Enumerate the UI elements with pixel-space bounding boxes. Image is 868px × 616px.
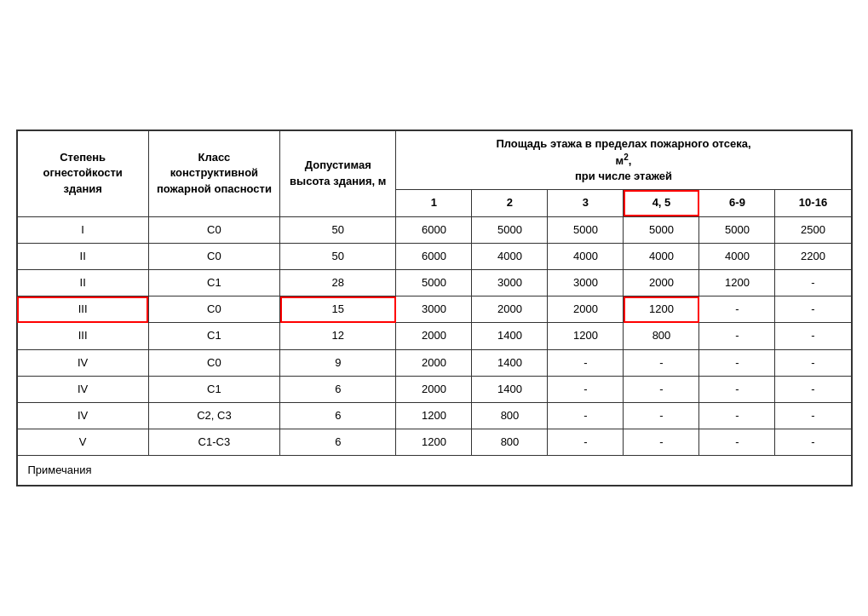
cell-floor-5: - (699, 296, 775, 323)
cell-height: 12 (280, 323, 396, 349)
header-row-1: Степень огнестойкости здания Класс конст… (17, 130, 851, 190)
table-row: IС050600050005000500050002500 (17, 216, 851, 243)
cell-height: 15 (280, 296, 396, 323)
cell-class: С2, С3 (148, 402, 279, 429)
cell-degree: V (17, 429, 148, 456)
cell-height: 28 (280, 269, 396, 296)
cell-floor-4: 1200 (624, 296, 699, 323)
table-row: IIIС0153000200020001200-- (17, 296, 851, 323)
header-floor-2: 2 (472, 190, 548, 216)
header-area-sub: при числе этажей (575, 170, 672, 182)
cell-floor-4: 4000 (624, 243, 699, 269)
table-row: IIС050600040004000400040002200 (17, 243, 851, 269)
cell-floor-2: 1400 (472, 376, 548, 402)
cell-height: 6 (280, 376, 396, 402)
header-floor-3: 3 (548, 190, 624, 216)
cell-floor-5: - (699, 376, 775, 402)
header-area-unit: м2, (616, 154, 632, 167)
header-height: Допустимая высота здания, м (280, 130, 396, 216)
cell-floor-6: - (775, 349, 851, 376)
cell-floor-1: 3000 (396, 296, 472, 323)
cell-floor-5: 1200 (699, 269, 775, 296)
cell-class: С1 (148, 269, 279, 296)
cell-floor-6: - (775, 323, 851, 349)
cell-floor-3: - (548, 429, 624, 456)
header-area-main: Площадь этажа в пределах пожарного отсек… (396, 130, 851, 190)
notes-row: Примечания (17, 456, 851, 486)
table-row: IVС0920001400---- (17, 349, 851, 376)
table-row: IVС2, С361200800---- (17, 402, 851, 429)
cell-degree: IV (17, 349, 148, 376)
cell-class: С0 (148, 296, 279, 323)
cell-floor-5: - (699, 323, 775, 349)
cell-floor-6: 2200 (775, 243, 851, 269)
cell-height: 9 (280, 349, 396, 376)
cell-floor-2: 2000 (472, 296, 548, 323)
cell-floor-4: - (624, 402, 699, 429)
cell-floor-6: - (775, 269, 851, 296)
cell-floor-1: 5000 (396, 269, 472, 296)
cell-degree: II (17, 243, 148, 269)
header-floor-1: 1 (396, 190, 472, 216)
cell-class: С1 (148, 323, 279, 349)
header-area-text1: Площадь этажа в пределах пожарного отсек… (496, 137, 750, 150)
header-floor-45: 4, 5 (624, 190, 699, 216)
header-floor-1016: 10-16 (775, 190, 851, 216)
cell-floor-3: 2000 (548, 296, 624, 323)
cell-floor-2: 800 (472, 402, 548, 429)
cell-floor-6: - (775, 402, 851, 429)
cell-floor-6: - (775, 429, 851, 456)
cell-floor-1: 1200 (396, 402, 472, 429)
cell-floor-5: 4000 (699, 243, 775, 269)
cell-floor-5: 5000 (699, 216, 775, 243)
cell-floor-3: - (548, 402, 624, 429)
cell-height: 50 (280, 216, 396, 243)
table-row: VС1-С361200800---- (17, 429, 851, 456)
cell-class: С1-С3 (148, 429, 279, 456)
cell-floor-2: 1400 (472, 349, 548, 376)
header-degree: Степень огнестойкости здания (17, 130, 148, 216)
cell-floor-5: - (699, 402, 775, 429)
table-row: IIIС112200014001200800-- (17, 323, 851, 349)
cell-degree: II (17, 269, 148, 296)
cell-floor-3: - (548, 376, 624, 402)
cell-floor-1: 6000 (396, 243, 472, 269)
cell-floor-3: - (548, 349, 624, 376)
cell-floor-4: 800 (624, 323, 699, 349)
cell-floor-4: - (624, 349, 699, 376)
cell-degree: IV (17, 402, 148, 429)
cell-floor-2: 800 (472, 429, 548, 456)
cell-floor-3: 4000 (548, 243, 624, 269)
cell-degree: III (17, 323, 148, 349)
fire-safety-table: Степень огнестойкости здания Класс конст… (17, 130, 852, 486)
cell-floor-2: 3000 (472, 269, 548, 296)
cell-floor-5: - (699, 429, 775, 456)
cell-floor-1: 1200 (396, 429, 472, 456)
table-body: IС050600050005000500050002500IIС05060004… (17, 216, 851, 456)
cell-height: 6 (280, 429, 396, 456)
cell-floor-6: - (775, 296, 851, 323)
cell-class: С0 (148, 216, 279, 243)
table-row: IIС12850003000300020001200- (17, 269, 851, 296)
cell-class: С0 (148, 243, 279, 269)
cell-floor-5: - (699, 349, 775, 376)
cell-floor-3: 5000 (548, 216, 624, 243)
cell-floor-1: 2000 (396, 349, 472, 376)
cell-height: 50 (280, 243, 396, 269)
header-class: Класс конструктивной пожарной опасности (148, 130, 279, 216)
cell-degree: I (17, 216, 148, 243)
cell-floor-1: 6000 (396, 216, 472, 243)
cell-floor-6: - (775, 376, 851, 402)
cell-floor-3: 3000 (548, 269, 624, 296)
cell-floor-4: 5000 (624, 216, 699, 243)
cell-floor-6: 2500 (775, 216, 851, 243)
cell-floor-2: 1400 (472, 323, 548, 349)
cell-floor-4: - (624, 429, 699, 456)
header-floor-69: 6-9 (699, 190, 775, 216)
cell-floor-1: 2000 (396, 323, 472, 349)
cell-height: 6 (280, 402, 396, 429)
table-row: IVС1620001400---- (17, 376, 851, 402)
notes-cell: Примечания (17, 456, 851, 486)
cell-floor-4: - (624, 376, 699, 402)
cell-floor-3: 1200 (548, 323, 624, 349)
